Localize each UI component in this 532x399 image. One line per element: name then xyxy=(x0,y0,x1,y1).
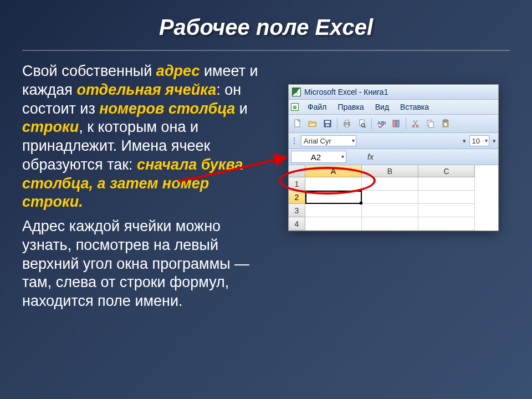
window-title: Microsoft Excel - Книга1 xyxy=(304,88,388,96)
svg-rect-11 xyxy=(393,120,396,127)
svg-rect-6 xyxy=(345,125,349,127)
cell-b3[interactable] xyxy=(362,204,418,217)
svg-rect-18 xyxy=(444,120,447,121)
menu-edit[interactable]: Правка xyxy=(333,101,368,112)
menu-bar: ▦ Файл Правка Вид Вставка xyxy=(289,100,498,115)
cell-a3[interactable] xyxy=(305,204,362,217)
cell-a1[interactable] xyxy=(305,177,362,191)
slide-title: Рабочее поле Excel xyxy=(22,8,510,51)
name-box[interactable]: A2 xyxy=(291,151,346,163)
font-size-combo[interactable]: 10 xyxy=(469,135,489,146)
svg-rect-3 xyxy=(326,124,329,126)
title-bar: X Microsoft Excel - Книга1 xyxy=(289,85,498,100)
cell-b4[interactable] xyxy=(362,217,418,231)
text: Свой собственный xyxy=(22,63,156,79)
cell-c4[interactable] xyxy=(418,217,475,231)
svg-rect-16 xyxy=(429,122,433,127)
print-preview-icon[interactable] xyxy=(355,117,369,130)
excel-window: X Microsoft Excel - Книга1 ▦ Файл Правка… xyxy=(288,84,499,231)
highlight-address: адрес xyxy=(156,63,200,79)
svg-line-9 xyxy=(364,126,366,128)
workbook-icon: ▦ xyxy=(291,103,299,111)
row-header-1[interactable]: 1 xyxy=(289,177,305,191)
grid-rows: 1 2 3 xyxy=(289,177,498,231)
svg-rect-12 xyxy=(396,120,399,127)
grid-header-row: A B C xyxy=(289,165,498,177)
cell-a2[interactable] xyxy=(305,191,362,204)
body-text: Свой собственный адрес имеет и каждая от… xyxy=(22,62,272,316)
font-name-combo[interactable]: Arial Cyr xyxy=(301,135,356,146)
row-header-2[interactable]: 2 xyxy=(289,191,305,204)
dropdown-icon: ▾ xyxy=(463,137,466,145)
svg-rect-7 xyxy=(360,120,364,126)
cell-c1[interactable] xyxy=(418,177,475,191)
dropdown-icon: ▾ xyxy=(493,137,496,145)
paragraph-2: Адрес каждой ячейки можно узнать, посмот… xyxy=(22,217,266,311)
cell-a4[interactable] xyxy=(305,217,362,231)
menu-insert[interactable]: Вставка xyxy=(396,101,433,112)
copy-icon[interactable] xyxy=(424,117,437,130)
select-all-corner[interactable] xyxy=(289,165,305,177)
separator xyxy=(406,118,406,129)
column-header-b[interactable]: B xyxy=(362,165,418,177)
cell-c3[interactable] xyxy=(418,204,475,217)
column-header-c[interactable]: C xyxy=(418,165,475,177)
cut-icon[interactable] xyxy=(409,117,422,130)
separator xyxy=(337,118,337,129)
toolbar-handle-icon: ⋮ xyxy=(291,137,298,145)
fx-label[interactable]: fx xyxy=(351,152,374,161)
spelling-icon[interactable]: ABC xyxy=(375,117,388,130)
highlight-cell: отдельная ячейка xyxy=(76,81,216,98)
row-header-4[interactable]: 4 xyxy=(289,217,305,231)
excel-app-icon: X xyxy=(292,88,301,96)
highlight-col-numbers: номеров столбца xyxy=(99,100,235,117)
menu-file[interactable]: Файл xyxy=(303,101,331,112)
highlight-row: строки xyxy=(22,119,79,135)
open-icon[interactable] xyxy=(306,117,319,130)
menu-view[interactable]: Вид xyxy=(371,101,393,112)
row-header-3[interactable]: 3 xyxy=(289,204,305,217)
formula-bar: A2 fx xyxy=(289,149,498,165)
new-icon[interactable] xyxy=(291,117,304,130)
svg-rect-19 xyxy=(444,122,447,126)
cell-b1[interactable] xyxy=(362,177,418,191)
cell-c2[interactable] xyxy=(418,191,475,204)
formatting-toolbar: ⋮ Arial Cyr ▾ 10 ▾ xyxy=(289,133,498,149)
save-icon[interactable] xyxy=(321,117,334,130)
text: и xyxy=(235,100,248,117)
paste-icon[interactable] xyxy=(439,117,452,130)
svg-rect-2 xyxy=(325,121,330,123)
separator xyxy=(371,118,372,129)
svg-text:ABC: ABC xyxy=(377,120,386,126)
cell-b2[interactable] xyxy=(362,191,418,204)
print-icon[interactable] xyxy=(340,117,354,130)
standard-toolbar: ABC xyxy=(289,115,498,133)
svg-rect-5 xyxy=(345,120,349,122)
research-icon[interactable] xyxy=(390,117,403,130)
column-header-a[interactable]: A xyxy=(305,165,362,177)
